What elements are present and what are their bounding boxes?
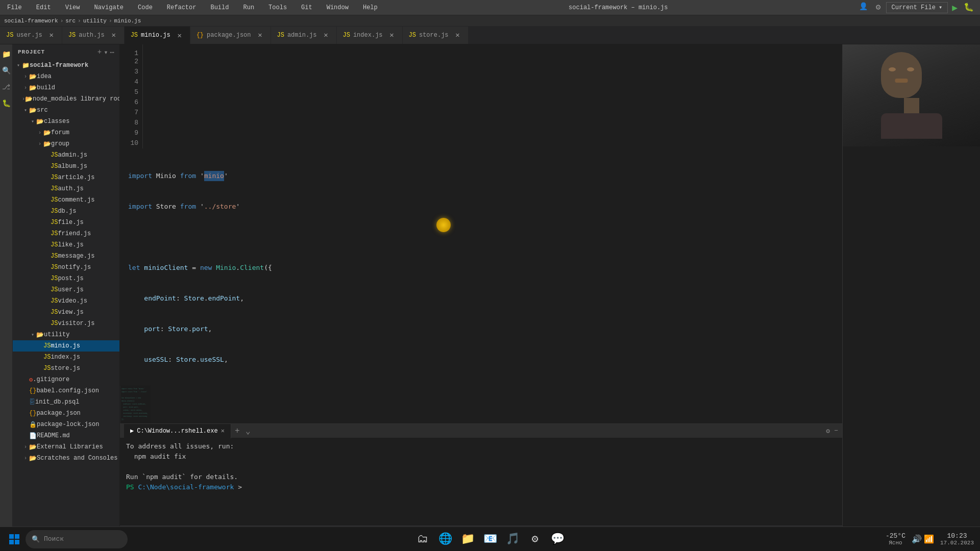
breadcrumb-utility[interactable]: utility — [83, 18, 107, 24]
taskbar-settings[interactable]: ⚙ — [525, 529, 545, 549]
tree-item-utility[interactable]: ▾ 📂 utility — [13, 329, 119, 340]
terminal-settings-icon[interactable]: ⚙ — [826, 427, 830, 435]
menu-edit[interactable]: Edit — [33, 3, 54, 12]
tree-item-external-libs[interactable]: › 📂 External Libraries — [13, 441, 119, 453]
tab-close-user-js[interactable]: ✕ — [47, 31, 56, 39]
tree-item-gitignore[interactable]: › ⚙ .gitignore — [13, 374, 119, 385]
tree-item-babel-config[interactable]: › {} babel.config.json — [13, 385, 119, 396]
tree-item-message-js[interactable]: › JS message.js — [13, 251, 119, 262]
tab-close-admin-js[interactable]: ✕ — [322, 31, 330, 39]
tree-item-like-js[interactable]: › JS like.js — [13, 239, 119, 251]
menu-window[interactable]: Window — [324, 3, 352, 12]
debug-button[interactable]: 🐛 — [962, 2, 976, 13]
tree-item-auth-js[interactable]: › JS auth.js — [13, 183, 119, 194]
tab-admin-js[interactable]: JS admin.js ✕ — [271, 27, 337, 44]
run-button[interactable]: ▶ — [950, 2, 960, 13]
tab-minio-js[interactable]: JS minio.js ✕ — [125, 27, 190, 44]
menu-refactor[interactable]: Refactor — [164, 3, 200, 12]
windows-start-button[interactable] — [4, 529, 24, 549]
menu-run[interactable]: Run — [240, 3, 257, 12]
tree-item-view-js[interactable]: › JS view.js — [13, 307, 119, 318]
menu-code[interactable]: Code — [135, 3, 156, 12]
menu-navigate[interactable]: Navigate — [91, 3, 127, 12]
tab-close-minio-js[interactable]: ✕ — [176, 31, 184, 39]
tree-item-user-js-cls[interactable]: › JS user.js — [13, 284, 119, 295]
taskbar-browser[interactable]: 🌐 — [435, 529, 455, 549]
tree-item-init-db[interactable]: › 🗄 init_db.psql — [13, 396, 119, 408]
tree-item-friend-js[interactable]: › JS friend.js — [13, 228, 119, 239]
tree-item-package-json-root[interactable]: › {} package.json — [13, 408, 119, 419]
tree-item-readme[interactable]: › 📄 README.md — [13, 430, 119, 441]
menu-help[interactable]: Help — [360, 3, 381, 12]
chevron-down-icon[interactable]: ⌄ — [246, 426, 251, 436]
tray-icon-2[interactable]: 📶 — [924, 534, 934, 544]
tree-item-video-js[interactable]: › JS video.js — [13, 295, 119, 307]
tree-item-root[interactable]: ▾ 📁 social-framework — [13, 60, 119, 71]
menu-file[interactable]: File — [4, 3, 25, 12]
tab-index-js[interactable]: JS index.js ✕ — [337, 27, 403, 44]
taskbar-files[interactable]: 📁 — [457, 529, 478, 549]
tab-close-package-json[interactable]: ✕ — [256, 31, 264, 39]
tree-item-build[interactable]: › 📂 build — [13, 82, 119, 93]
tree-item-idea[interactable]: › 📂 idea — [13, 71, 119, 82]
tree-item-node-modules[interactable]: › 📂 node_modules library root — [13, 93, 119, 105]
tree-item-album-js[interactable]: › JS album.js — [13, 161, 119, 172]
tree-item-admin-js[interactable]: › JS admin.js — [13, 149, 119, 161]
tab-package-json[interactable]: {} package.json ✕ — [190, 27, 271, 44]
settings-sidebar-icon[interactable]: ⋯ — [110, 48, 114, 57]
tree-item-package-lock[interactable]: › 🔒 package-lock.json — [13, 419, 119, 430]
tree-item-post-js[interactable]: › JS post.js — [13, 273, 119, 284]
tree-item-store-js-util[interactable]: › JS store.js — [13, 363, 119, 374]
tree-item-file-js[interactable]: › JS file.js — [13, 217, 119, 228]
terminal-add-button[interactable]: + — [231, 425, 243, 437]
activity-debug[interactable]: 🐛 — [1, 97, 12, 109]
tab-close-auth-js[interactable]: ✕ — [110, 31, 118, 39]
breadcrumb-root[interactable]: social-framework — [4, 18, 58, 24]
terminal-content[interactable]: To address all issues, run: npm audit fi… — [120, 438, 842, 525]
weather-widget[interactable]: -25°C Ясно — [886, 532, 905, 546]
collapse-all-icon[interactable]: ▾ — [104, 48, 108, 57]
menu-git[interactable]: Git — [298, 3, 315, 12]
tree-item-group[interactable]: › 📂 group — [13, 138, 119, 149]
tree-item-notify-js[interactable]: › JS notify.js — [13, 262, 119, 273]
tree-item-minio-js[interactable]: › JS minio.js — [13, 340, 119, 352]
taskbar-music[interactable]: 🎵 — [502, 529, 523, 549]
taskbar-chat[interactable]: 💬 — [547, 529, 568, 549]
settings-icon[interactable]: ⚙ — [873, 2, 884, 13]
tab-user-js[interactable]: JS user.js ✕ — [0, 27, 62, 44]
activity-search[interactable]: 🔍 — [1, 65, 12, 76]
menu-tools[interactable]: Tools — [265, 3, 290, 12]
tree-item-forum[interactable]: › 📂 forum — [13, 127, 119, 138]
tab-close-store-js[interactable]: ✕ — [454, 31, 462, 39]
tree-item-index-js-util[interactable]: › JS index.js — [13, 352, 119, 363]
code-editor[interactable]: import Minio from 'minio' import Store f… — [120, 148, 842, 386]
clock[interactable]: 10:23 17.02.2023 — [940, 532, 974, 546]
tree-item-src[interactable]: ▾ 📂 src — [13, 105, 119, 116]
tree-item-visitor-js[interactable]: › JS visitor.js — [13, 318, 119, 329]
tree-item-comment-js[interactable]: › JS comment.js — [13, 194, 119, 206]
user-icon[interactable]: 👤 — [856, 2, 871, 13]
tab-label: index.js — [353, 32, 383, 39]
terminal-tab-cmd[interactable]: ▶ C:\Window...rshell.exe ✕ — [124, 424, 231, 438]
taskbar-explorer[interactable]: 🗂 — [412, 529, 433, 549]
tree-item-classes[interactable]: ▾ 📂 classes — [13, 116, 119, 127]
tab-auth-js[interactable]: JS auth.js ✕ — [62, 27, 125, 44]
tray-icon-1[interactable]: 🔊 — [912, 534, 922, 544]
activity-git[interactable]: ⎇ — [1, 81, 12, 92]
taskbar-mail[interactable]: 📧 — [480, 529, 500, 549]
run-config-dropdown[interactable]: Current File ▾ — [886, 2, 948, 13]
taskbar-search[interactable]: 🔍 Поиск — [26, 530, 128, 548]
tree-item-scratches[interactable]: › 📂 Scratches and Consoles — [13, 453, 119, 464]
breadcrumb-file[interactable]: minio.js — [114, 18, 141, 24]
new-file-icon[interactable]: + — [97, 48, 102, 57]
tab-store-js[interactable]: JS store.js ✕ — [403, 27, 469, 44]
terminal-maximize-icon[interactable]: − — [834, 427, 838, 435]
breadcrumb-src[interactable]: src — [65, 18, 76, 24]
terminal-tab-close[interactable]: ✕ — [221, 427, 225, 435]
tree-item-db-js[interactable]: › JS db.js — [13, 206, 119, 217]
activity-explorer[interactable]: 📁 — [1, 48, 12, 60]
tree-item-article-js[interactable]: › JS article.js — [13, 172, 119, 183]
menu-view[interactable]: View — [62, 3, 83, 12]
menu-build[interactable]: Build — [207, 3, 232, 12]
tab-close-index-js[interactable]: ✕ — [388, 31, 396, 39]
